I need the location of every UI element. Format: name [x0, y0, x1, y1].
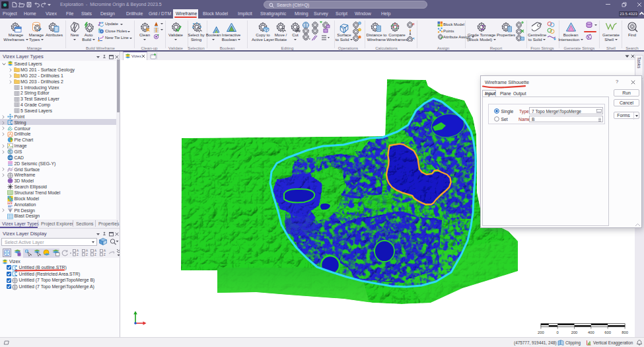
svg-text:Z: Z	[86, 253, 88, 256]
svg-text:CAD: CAD	[8, 157, 13, 159]
svg-text:A: A	[77, 249, 79, 252]
svg-text:200: 200	[538, 330, 544, 334]
svg-text:800: 800	[622, 330, 628, 334]
svg-text:A: A	[104, 249, 106, 252]
svg-text:0: 0	[557, 330, 559, 334]
svg-text:400: 400	[588, 330, 594, 334]
svg-text:600: 600	[604, 330, 611, 334]
svg-text:Σ: Σ	[480, 23, 485, 31]
svg-text:A: A	[86, 249, 88, 252]
svg-text:Z: Z	[77, 253, 79, 256]
svg-text:200: 200	[571, 330, 578, 334]
svg-text:Z: Z	[104, 253, 106, 256]
svg-text:123: 123	[7, 202, 13, 205]
svg-text:A: A	[94, 249, 96, 252]
svg-text:Z: Z	[94, 253, 96, 256]
svg-text:α: α	[412, 22, 415, 26]
